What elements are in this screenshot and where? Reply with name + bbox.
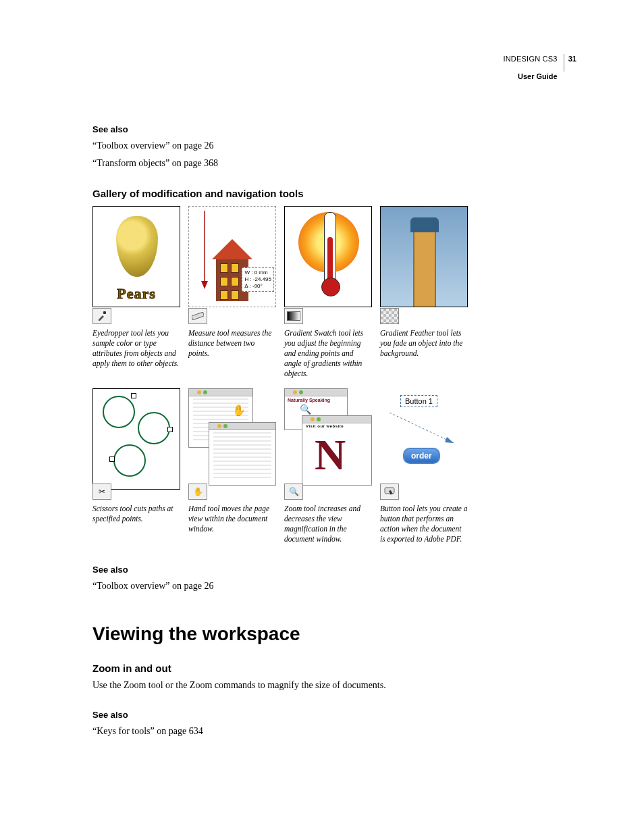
paths-illustration — [93, 389, 180, 489]
figure-frame: Naturally Speaking 🔍 Visit our website N — [284, 388, 372, 488]
path-arrow-icon — [390, 413, 457, 446]
svg-rect-3 — [192, 312, 204, 320]
subsection-heading: Zoom in and out — [92, 662, 563, 674]
thumb-hand: ✋ ✋ — [188, 388, 276, 500]
visit-sample: Visit our website — [306, 424, 344, 428]
thumb-button: Button 1 order — [380, 388, 468, 500]
figure-frame — [284, 206, 372, 307]
body-text: Use the Zoom tool or the Zoom commands t… — [92, 678, 563, 693]
see-also-link[interactable]: “Transform objects” on page 368 — [92, 156, 563, 171]
large-glyph: N — [315, 434, 346, 477]
doc-title: User Guide — [518, 72, 558, 80]
see-also-link[interactable]: “Toolbox overview” on page 26 — [92, 579, 563, 594]
thumb-measure: W : 0 mm H : -24.495 ∆ : -90° — [188, 206, 276, 324]
thumb-zoom: Naturally Speaking 🔍 Visit our website N… — [284, 388, 372, 500]
figure-frame: ✋ — [188, 388, 276, 488]
svg-rect-0 — [103, 311, 106, 314]
caption: Gradient Feather tool lets you fade an o… — [380, 328, 468, 359]
thumb-gradient-feather — [380, 206, 468, 324]
gallery-cell-scissors: ✂ Scissors tool cuts paths at specified … — [92, 388, 180, 544]
gallery-cell-gradient-feather: Gradient Feather tool lets you fade an o… — [380, 206, 468, 379]
content-column: See also “Toolbox overview” on page 26 “… — [92, 54, 563, 739]
measure-arrow-icon — [201, 211, 208, 292]
figure-frame — [380, 206, 468, 307]
thermometer-illustration — [324, 212, 336, 294]
page: INDESIGN CS3 31 User Guide 31 See also “… — [0, 0, 644, 834]
document-window — [209, 422, 276, 486]
gallery-heading: Gallery of modification and navigation t… — [92, 188, 563, 199]
tool-gallery: Pears Eyedropper tool lets you sample co… — [92, 206, 563, 544]
see-also-link[interactable]: “Toolbox overview” on page 26 — [92, 138, 563, 153]
placeholder-button-label: Button 1 — [405, 397, 433, 405]
ruler-icon — [188, 308, 207, 324]
figure-frame: W : 0 mm H : -24.495 ∆ : -90° — [188, 206, 276, 307]
figure-frame: Pears — [92, 206, 180, 307]
scissors-icon: ✂ — [92, 484, 111, 500]
product-name: INDESIGN CS3 — [503, 55, 557, 63]
caption: Button tool lets you create a button tha… — [380, 504, 468, 544]
caption: Hand tool moves the page view within the… — [188, 504, 276, 534]
header-divider — [564, 54, 564, 72]
gallery-cell-zoom: Naturally Speaking 🔍 Visit our website N… — [284, 388, 372, 544]
document-window: Visit our website N — [302, 415, 372, 486]
running-header: INDESIGN CS3 31 User Guide 31 — [503, 54, 576, 89]
page-number: 31 — [568, 55, 576, 63]
readout-w: W : 0 mm — [244, 269, 271, 276]
eyedropper-icon — [92, 308, 111, 324]
pear-illustration — [116, 216, 158, 277]
order-button: order — [403, 448, 440, 464]
hand-cursor-icon: ✋ — [232, 404, 246, 417]
measure-readout: W : 0 mm H : -24.495 ∆ : -90° — [242, 267, 274, 292]
caption: Zoom tool increases and decreases the vi… — [284, 504, 372, 544]
figure-frame — [92, 388, 180, 490]
heading-sample: Naturally Speaking — [288, 398, 330, 402]
gallery-cell-measure: W : 0 mm H : -24.495 ∆ : -90° Measure to… — [188, 206, 276, 379]
thumb-scissors: ✂ — [92, 388, 180, 500]
figure-frame: Button 1 order — [380, 388, 468, 488]
button-tool-icon — [380, 484, 399, 500]
placeholder-button: Button 1 — [400, 395, 437, 407]
lighthouse-illustration — [413, 232, 436, 307]
svg-marker-2 — [201, 281, 208, 289]
gallery-cell-eyedropper: Pears Eyedropper tool lets you sample co… — [92, 206, 180, 379]
thumb-gradient-swatch — [284, 206, 372, 324]
zoom-cursor-icon: 🔍 — [300, 404, 311, 415]
see-also-heading-1: See also — [92, 124, 563, 134]
see-also-heading-2: See also — [92, 565, 563, 575]
gradient-feather-icon — [380, 308, 399, 324]
svg-line-4 — [390, 413, 454, 443]
section-title: Viewing the workspace — [92, 623, 563, 645]
pears-label: Pears — [93, 285, 180, 303]
thumb-eyedropper: Pears — [92, 206, 180, 324]
gradient-swatch-icon — [284, 308, 303, 324]
see-also-link[interactable]: “Keys for tools” on page 634 — [92, 724, 563, 739]
see-also-heading-3: See also — [92, 710, 563, 720]
hand-icon: ✋ — [188, 484, 207, 500]
readout-angle: ∆ : -90° — [244, 283, 271, 290]
caption: Eyedropper tool lets you sample color or… — [92, 328, 180, 369]
caption: Gradient Swatch tool lets you adjust the… — [284, 328, 372, 379]
caption: Measure tool measures the distance betwe… — [188, 328, 276, 359]
gallery-cell-hand: ✋ ✋ Hand tool moves the page view within… — [188, 388, 276, 544]
gallery-cell-gradient-swatch: Gradient Swatch tool lets you adjust the… — [284, 206, 372, 379]
svg-marker-5 — [445, 437, 454, 443]
caption: Scissors tool cuts paths at specified po… — [92, 504, 180, 524]
svg-rect-6 — [385, 488, 394, 494]
readout-h: H : -24.495 — [244, 276, 271, 283]
zoom-icon: 🔍 — [284, 484, 303, 500]
order-button-label: order — [411, 451, 432, 461]
gallery-cell-button: Button 1 order Button tool l — [380, 388, 468, 544]
